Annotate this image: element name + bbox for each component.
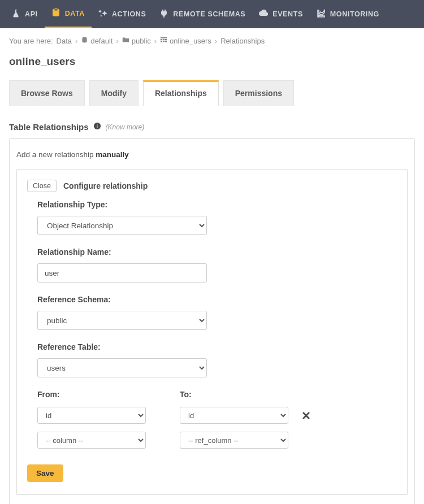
know-more-link[interactable]: (Know more) <box>106 123 145 131</box>
chevron-right-icon: › <box>75 37 77 45</box>
from-label: From: <box>37 390 146 399</box>
ref-table-label: Reference Table: <box>37 342 397 351</box>
breadcrumb: You are here: Data › default › public › … <box>9 36 415 45</box>
info-icon[interactable]: i <box>93 122 101 132</box>
to-column-select-1[interactable]: -- ref_column -- <box>180 432 288 449</box>
nav-label: REMOTE SCHEMAS <box>173 10 245 18</box>
relationship-card: Add a new relationship manually Close Co… <box>9 138 415 504</box>
svg-text:i: i <box>97 124 98 129</box>
ref-schema-select[interactable]: public <box>37 311 207 330</box>
nav-label: MONITORING <box>330 10 379 18</box>
configure-panel: Close Configure relationship Relationshi… <box>16 169 408 495</box>
rel-name-input[interactable] <box>37 263 207 283</box>
from-column-select-0[interactable]: id <box>37 407 146 424</box>
page-title: online_users <box>9 55 415 68</box>
nav-monitoring[interactable]: MONITORING <box>310 0 386 28</box>
breadcrumb-item[interactable]: default <box>81 36 113 45</box>
database-icon <box>81 36 88 45</box>
to-column-select-0[interactable]: id <box>180 407 288 424</box>
add-relationship-text: Add a new relationship manually <box>16 150 408 159</box>
breadcrumb-item[interactable]: public <box>122 36 151 45</box>
nav-events[interactable]: EVENTS <box>252 0 310 28</box>
tab-browse-rows[interactable]: Browse Rows <box>9 80 85 106</box>
remove-mapping-icon[interactable] <box>302 411 310 420</box>
ref-table-select[interactable]: users <box>37 358 207 377</box>
chevron-right-icon: › <box>116 37 118 45</box>
ref-schema-label: Reference Schema: <box>37 295 397 304</box>
from-column-select-1[interactable]: -- column -- <box>37 432 146 449</box>
tabs: Browse Rows Modify Relationships Permiss… <box>9 80 415 106</box>
nav-label: ACTIONS <box>112 10 146 18</box>
breadcrumb-item[interactable]: Data <box>57 37 72 45</box>
chevron-right-icon: › <box>154 37 157 45</box>
database-icon <box>51 8 60 19</box>
rel-name-label: Relationship Name: <box>37 247 397 257</box>
save-button[interactable]: Save <box>27 464 63 482</box>
chevron-right-icon: › <box>215 37 217 45</box>
top-navbar: API DATA ACTIONS REMOTE SCHEMAS EVENTS M… <box>0 0 424 28</box>
table-icon <box>160 36 167 45</box>
folder-icon <box>122 36 129 45</box>
nav-remote-schemas[interactable]: REMOTE SCHEMAS <box>153 0 252 28</box>
nav-actions[interactable]: ACTIONS <box>92 0 153 28</box>
rel-type-label: Relationship Type: <box>37 200 397 209</box>
breadcrumb-current: Relationships <box>220 37 265 45</box>
tab-relationships[interactable]: Relationships <box>143 80 219 106</box>
breadcrumb-item[interactable]: online_users <box>160 36 211 45</box>
close-button[interactable]: Close <box>27 180 57 192</box>
tab-modify[interactable]: Modify <box>89 80 139 106</box>
nav-api[interactable]: API <box>5 0 45 28</box>
configure-title: Configure relationship <box>63 181 148 190</box>
magic-icon <box>98 9 107 20</box>
rel-type-select[interactable]: Object Relationship <box>37 216 207 235</box>
tab-permissions[interactable]: Permissions <box>223 80 294 106</box>
chart-icon <box>317 9 326 20</box>
to-label: To: <box>180 390 310 399</box>
flask-icon <box>11 9 20 20</box>
nav-label: API <box>25 10 38 18</box>
nav-label: EVENTS <box>272 10 303 18</box>
breadcrumb-lead: You are here: <box>9 37 53 45</box>
cloud-icon <box>259 9 268 20</box>
plug-icon <box>159 9 168 20</box>
nav-data[interactable]: DATA <box>45 0 92 28</box>
nav-label: DATA <box>65 10 85 18</box>
section-title: Table Relationships <box>9 122 89 132</box>
